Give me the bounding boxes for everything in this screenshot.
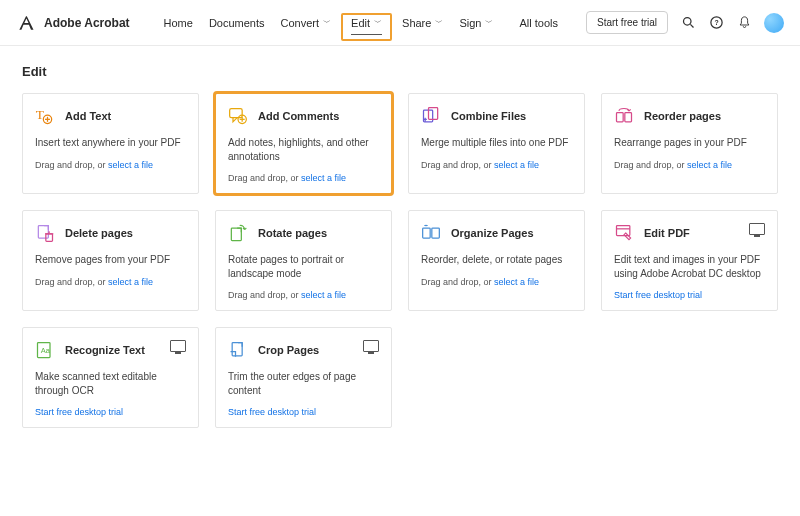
svg-rect-22 <box>432 228 440 238</box>
card-delete-pages[interactable]: Delete pages Remove pages from your PDF … <box>22 210 199 311</box>
card-desc: Insert text anywhere in your PDF <box>35 136 186 150</box>
select-file-link[interactable]: select a file <box>108 160 153 170</box>
card-title: Add Comments <box>258 110 339 122</box>
crop-pages-icon <box>228 340 248 360</box>
chevron-down-icon: ﹀ <box>374 17 382 28</box>
desktop-icon <box>170 340 186 352</box>
start-desktop-trial-link[interactable]: Start free desktop trial <box>614 290 765 300</box>
nav-convert[interactable]: Convert﹀ <box>275 13 338 33</box>
brand-name: Adobe Acrobat <box>44 16 130 30</box>
start-desktop-trial-link[interactable]: Start free desktop trial <box>35 407 186 417</box>
nav-documents[interactable]: Documents <box>203 13 271 33</box>
card-action: Drag and drop, or select a file <box>421 277 572 287</box>
svg-line-1 <box>690 24 693 27</box>
help-icon[interactable]: ? <box>708 15 724 31</box>
acrobat-logo-icon <box>16 13 36 33</box>
card-title: Edit PDF <box>644 227 690 239</box>
card-combine-files[interactable]: Combine Files Merge multiple files into … <box>408 93 585 194</box>
top-bar: Adobe Acrobat Home Documents Convert﹀ Ed… <box>0 0 800 46</box>
svg-text:?: ? <box>714 19 718 26</box>
active-underline <box>351 34 382 35</box>
card-desc: Merge multiple files into one PDF <box>421 136 572 150</box>
svg-rect-20 <box>231 228 241 241</box>
svg-text:Aa: Aa <box>41 346 51 355</box>
chevron-down-icon: ﹀ <box>435 17 443 28</box>
svg-rect-27 <box>232 343 242 356</box>
card-title: Recognize Text <box>65 344 145 356</box>
card-reorder-pages[interactable]: Reorder pages Rearrange pages in your PD… <box>601 93 778 194</box>
start-free-trial-button[interactable]: Start free trial <box>586 11 668 34</box>
svg-rect-23 <box>617 226 630 236</box>
desktop-icon <box>749 223 765 235</box>
card-action: Drag and drop, or select a file <box>35 277 186 287</box>
card-desc: Rearrange pages in your PDF <box>614 136 765 150</box>
card-crop-pages[interactable]: Crop Pages Trim the outer edges of page … <box>215 327 392 428</box>
main-nav: Home Documents Convert﹀ Edit﹀ Share﹀ Sig… <box>158 9 564 37</box>
card-action: Drag and drop, or select a file <box>35 160 186 170</box>
header-right: Start free trial ? <box>586 11 784 34</box>
select-file-link[interactable]: select a file <box>108 277 153 287</box>
avatar[interactable] <box>764 13 784 33</box>
bell-icon[interactable] <box>736 15 752 31</box>
card-title: Reorder pages <box>644 110 721 122</box>
svg-rect-16 <box>38 226 48 239</box>
search-icon[interactable] <box>680 15 696 31</box>
svg-rect-21 <box>423 228 431 238</box>
card-desc: Make scanned text editable through OCR <box>35 370 186 397</box>
nav-edit-highlight: Edit﹀ <box>341 13 392 41</box>
svg-point-0 <box>683 18 691 26</box>
card-edit-pdf[interactable]: Edit PDF Edit text and images in your PD… <box>601 210 778 311</box>
card-action: Drag and drop, or select a file <box>614 160 765 170</box>
card-desc: Reorder, delete, or rotate pages <box>421 253 572 267</box>
nav-edit[interactable]: Edit﹀ <box>351 17 382 29</box>
select-file-link[interactable]: select a file <box>301 290 346 300</box>
page-title: Edit <box>22 64 778 79</box>
chevron-down-icon: ﹀ <box>323 17 331 28</box>
add-comments-icon <box>228 106 248 126</box>
svg-text:T: T <box>36 107 44 122</box>
tool-grid: T Add Text Insert text anywhere in your … <box>22 93 778 428</box>
organize-pages-icon <box>421 223 441 243</box>
nav-share[interactable]: Share﹀ <box>396 13 449 33</box>
card-organize-pages[interactable]: Organize Pages Reorder, delete, or rotat… <box>408 210 585 311</box>
desktop-icon <box>363 340 379 352</box>
card-action: Drag and drop, or select a file <box>228 290 379 300</box>
card-action: Drag and drop, or select a file <box>228 173 379 183</box>
reorder-pages-icon <box>614 106 634 126</box>
card-desc: Add notes, highlights, and other annotat… <box>228 136 379 163</box>
card-desc: Rotate pages to portrait or landscape mo… <box>228 253 379 280</box>
delete-pages-icon <box>35 223 55 243</box>
card-title: Combine Files <box>451 110 526 122</box>
select-file-link[interactable]: select a file <box>301 173 346 183</box>
card-title: Delete pages <box>65 227 133 239</box>
page-content: Edit T Add Text Insert text anywhere in … <box>0 46 800 446</box>
nav-home[interactable]: Home <box>158 13 199 33</box>
start-desktop-trial-link[interactable]: Start free desktop trial <box>228 407 379 417</box>
recognize-text-icon: Aa <box>35 340 55 360</box>
card-desc: Trim the outer edges of page content <box>228 370 379 397</box>
rotate-pages-icon <box>228 223 248 243</box>
svg-rect-15 <box>625 113 632 122</box>
select-file-link[interactable]: select a file <box>494 160 539 170</box>
select-file-link[interactable]: select a file <box>494 277 539 287</box>
card-desc: Remove pages from your PDF <box>35 253 186 267</box>
chevron-down-icon: ﹀ <box>485 17 493 28</box>
brand: Adobe Acrobat <box>16 13 130 33</box>
nav-sign[interactable]: Sign﹀ <box>453 13 499 33</box>
select-file-link[interactable]: select a file <box>687 160 732 170</box>
card-title: Rotate pages <box>258 227 327 239</box>
card-title: Organize Pages <box>451 227 534 239</box>
card-title: Crop Pages <box>258 344 319 356</box>
card-add-comments[interactable]: Add Comments Add notes, highlights, and … <box>215 93 392 194</box>
svg-rect-14 <box>617 113 624 122</box>
edit-pdf-icon <box>614 223 634 243</box>
card-action: Drag and drop, or select a file <box>421 160 572 170</box>
card-recognize-text[interactable]: Aa Recognize Text Make scanned text edit… <box>22 327 199 428</box>
card-rotate-pages[interactable]: Rotate pages Rotate pages to portrait or… <box>215 210 392 311</box>
nav-alltools[interactable]: All tools <box>513 13 564 33</box>
card-desc: Edit text and images in your PDF using A… <box>614 253 765 280</box>
card-title: Add Text <box>65 110 111 122</box>
combine-files-icon <box>421 106 441 126</box>
add-text-icon: T <box>35 106 55 126</box>
card-add-text[interactable]: T Add Text Insert text anywhere in your … <box>22 93 199 194</box>
